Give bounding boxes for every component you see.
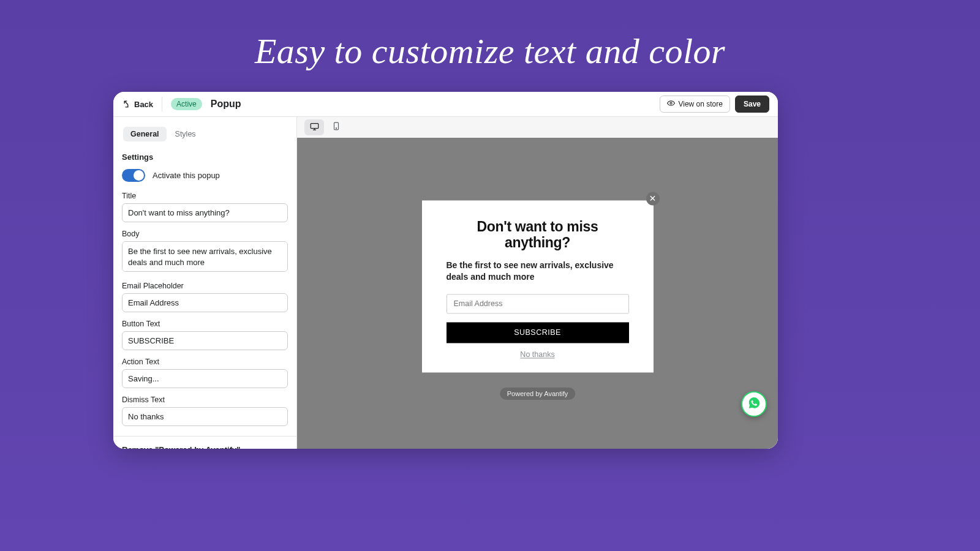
mobile-icon [332,122,341,133]
settings-sidebar: General Styles Settings Activate this po… [113,117,297,449]
whatsapp-fab[interactable] [741,391,767,417]
action-text-input[interactable] [122,369,288,388]
activate-label: Activate this popup [153,171,220,180]
settings-heading: Settings [122,152,288,162]
popup-close-button[interactable] [646,192,660,205]
view-on-store-button[interactable]: View on store [660,96,730,113]
svg-point-3 [336,128,336,129]
tab-styles[interactable]: Styles [168,127,203,141]
dismiss-text-input[interactable] [122,407,288,426]
save-button[interactable]: Save [735,96,769,113]
dismiss-text-label: Dismiss Text [122,395,288,404]
close-icon [650,194,655,203]
device-bar [297,117,778,138]
tab-general[interactable]: General [123,127,167,141]
button-text-input[interactable] [122,331,288,350]
popup-subscribe-button[interactable]: SUBSCRIBE [447,322,629,343]
title-label: Title [122,192,288,200]
tabs: General Styles [122,126,288,143]
view-on-store-label: View on store [678,100,723,108]
app-window: Back Active Popup View on store Save Gen… [113,92,778,449]
popup-title: Don't want to miss anything? [447,219,629,251]
popup-email-input[interactable] [447,294,629,313]
svg-point-0 [670,102,672,104]
back-button[interactable]: Back [122,97,162,111]
action-text-label: Action Text [122,358,288,366]
header-bar: Back Active Popup View on store Save [113,92,778,117]
back-arrow-icon [122,100,130,108]
activate-toggle[interactable] [122,169,145,182]
status-badge: Active [171,98,202,110]
popup-preview: Don't want to miss anything? Be the firs… [422,200,654,372]
button-text-label: Button Text [122,320,288,328]
email-placeholder-input[interactable] [122,293,288,312]
desktop-icon [310,122,319,133]
body-input[interactable]: Be the first to see new arrivals, exclus… [122,241,288,272]
mobile-preview-button[interactable] [326,119,346,135]
preview-canvas: Don't want to miss anything? Be the firs… [297,138,778,449]
page-title: Popup [211,99,241,110]
hero-headline: Easy to customize text and color [0,31,980,72]
eye-icon [667,99,675,109]
preview-pane: Don't want to miss anything? Be the firs… [297,117,778,449]
popup-body: Be the first to see new arrivals, exclus… [447,260,629,283]
back-label: Back [134,100,153,109]
body-label: Body [122,230,288,238]
svg-rect-1 [311,123,318,128]
powered-by-pill: Powered by Avantify [500,388,575,400]
title-input[interactable] [122,203,288,222]
whatsapp-icon [747,396,761,412]
divider [113,436,296,437]
popup-dismiss-link[interactable]: No thanks [447,350,629,359]
desktop-preview-button[interactable] [304,119,324,135]
remove-branding-heading: Remove "Powered by Avantify" [122,445,288,449]
email-placeholder-label: Email Placeholder [122,282,288,290]
